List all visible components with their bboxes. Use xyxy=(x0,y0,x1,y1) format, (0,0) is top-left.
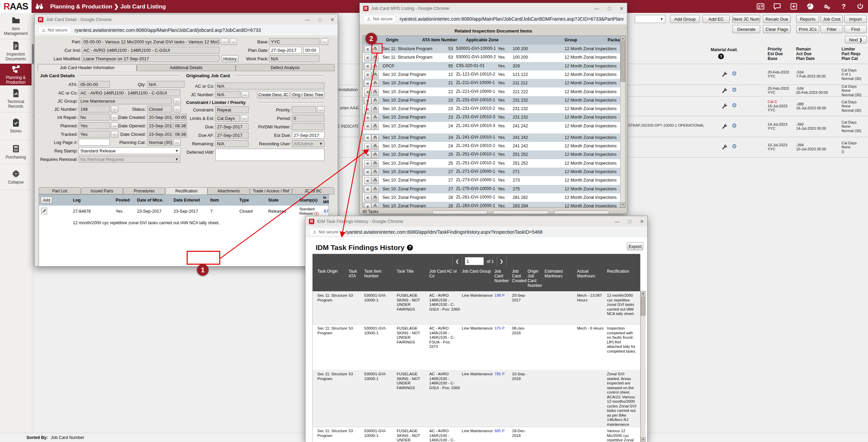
print-task-icon[interactable] xyxy=(372,54,379,61)
idm-cell-job-card-number[interactable]: 785 P xyxy=(494,372,511,377)
mpd-table-row[interactable]: ✕Sec 11: Structure Program53530001-GVI-1… xyxy=(363,45,620,53)
mpd-cell-item-link[interactable]: ZL-273-GVI-10000-1 xyxy=(456,178,496,182)
remove-icon[interactable]: ✕ xyxy=(364,143,371,150)
gear-icon[interactable]: ⚙ xyxy=(732,102,737,109)
ellipsis-button[interactable]: ... xyxy=(321,38,328,45)
mpd-table-row[interactable]: ✕Sec 10: Zonal Program12ZL-121-GVI-10010… xyxy=(363,70,620,79)
print-task-icon[interactable] xyxy=(372,134,379,142)
page-number-input[interactable] xyxy=(465,257,484,265)
mpd-table-row[interactable]: ✕Sec 10: Zonal Program23ZL-231-GVI-10010… xyxy=(363,113,620,122)
print-task-icon[interactable] xyxy=(372,80,379,87)
mpd-table-row[interactable]: ✕Sec 10: Zonal Program24ZL-241-GVI-10010… xyxy=(363,122,620,133)
ellipsis-button[interactable]: ... xyxy=(241,91,249,98)
print-task-icon[interactable] xyxy=(372,194,379,202)
tab-procedures[interactable]: Procedures xyxy=(123,187,165,194)
toolbar-find-button[interactable]: Find xyxy=(844,25,867,33)
mpd-cell-item-link[interactable]: ZL-275-GVI-10000-1 xyxy=(456,187,496,191)
wrench-icon[interactable] xyxy=(722,103,727,109)
help-icon[interactable]: ? xyxy=(840,3,847,10)
mpd-table-row[interactable]: ✕Sec 10: Zonal Program25ZL-251-GVI-10010… xyxy=(363,150,620,159)
add-button[interactable]: Add xyxy=(41,197,52,204)
deferred-iaw-field[interactable] xyxy=(215,149,324,161)
mpd-cell-item-link[interactable]: ZL-251-GVI-10010-1 xyxy=(456,152,496,156)
idm-table-scrollbar[interactable]: ▲ ▼ xyxy=(640,291,646,442)
tab-attachments[interactable]: Attachments xyxy=(208,187,250,194)
toolbar-import-button[interactable]: Import xyxy=(844,15,867,23)
remove-icon[interactable]: ✕ xyxy=(364,134,371,142)
toolbar-clear-flags-button[interactable]: Clear Flags xyxy=(763,25,791,33)
mpd-table-scrollbar[interactable]: ▲▼ xyxy=(620,36,625,207)
remove-icon[interactable]: ✕ xyxy=(364,160,371,167)
next-page-button[interactable]: Next ❯ xyxy=(845,36,867,43)
idm-cell-job-card-number[interactable]: 198 P xyxy=(494,293,511,298)
mpd-table-row[interactable]: ✕Sec 10: Zonal Program28ZL-283-GVI-10000… xyxy=(363,202,620,208)
mpd-table-row[interactable]: ✕CPCP55C55-320-01-01Yes32912 Month Zonal… xyxy=(363,62,620,70)
plan-date-field[interactable]: 27-Sep-2017 xyxy=(269,47,302,54)
prev-page-icon[interactable]: ❮ xyxy=(455,259,459,264)
print-task-icon[interactable] xyxy=(372,143,379,150)
sidebar-item-technical-records[interactable]: Technical Records xyxy=(0,85,32,112)
chat-icon[interactable] xyxy=(773,3,781,10)
remove-icon[interactable]: ✕ xyxy=(364,186,371,193)
wrench-icon[interactable] xyxy=(722,144,727,150)
mpd-table-row[interactable]: ✕Sec 10: Zonal Program27ZL-273-GVI-10000… xyxy=(363,176,620,185)
tab-part-list[interactable]: Part List xyxy=(39,187,81,194)
add-window-icon[interactable] xyxy=(790,3,797,10)
remove-icon[interactable]: ✕ xyxy=(364,203,371,208)
est-due-field[interactable]: 27-Sep-2017 xyxy=(292,132,324,139)
idm-window-titlebar[interactable]: R IDM Task Findings History - Google Chr… xyxy=(305,216,647,227)
raas-logo[interactable]: RAAS xyxy=(0,0,32,13)
mpd-cell-item-link[interactable]: ZL-241-GVI-10010-3 xyxy=(456,124,496,128)
toolbar-reports-button[interactable]: Reports xyxy=(796,15,819,23)
wrench-icon[interactable] xyxy=(722,87,727,93)
mpd-table-row[interactable]: ✕Sec 11: Structure Program53530001-GVI-1… xyxy=(363,53,620,62)
toolbar-next-jc-num-button[interactable]: Next JC Num xyxy=(732,15,760,23)
job-card-filter-select[interactable]: ▼ xyxy=(635,15,665,23)
not-secure-badge[interactable]: ⚠Not secure xyxy=(38,26,71,34)
remove-icon[interactable]: ✕ xyxy=(364,89,371,96)
mpd-table-row[interactable]: ✕Sec 10: Zonal Program27ZL-275-GVI-10000… xyxy=(363,185,620,193)
mpd-cell-item-link[interactable]: ZL-271-GVI-10000-1 xyxy=(456,169,496,174)
material-avail-help-icon[interactable]: ? xyxy=(718,54,724,59)
remove-icon[interactable]: ✕ xyxy=(364,80,371,87)
mpd-table-row[interactable]: ✕Sec 10: Zonal Program25ZL-251-GVI-10010… xyxy=(363,159,620,168)
close-icon[interactable]: ✕ xyxy=(640,219,644,224)
tab-job-card-header-information[interactable]: Job Card Header Information xyxy=(38,64,137,71)
mpd-cell-item-link[interactable]: 530001-GVI-10000-1 xyxy=(456,46,496,51)
toolbar-generate-button[interactable]: Generate xyxy=(732,25,760,33)
plan-time-field[interactable]: 00:00 xyxy=(303,47,319,54)
pencil-icon[interactable] xyxy=(41,208,47,214)
create-desc-jc-button[interactable]: Create Desc JC xyxy=(257,91,290,98)
sidebar-item-collapse[interactable]: Collapse xyxy=(0,164,32,190)
remove-icon[interactable]: ✕ xyxy=(364,106,371,113)
mpd-cell-item-link[interactable]: ZL-251-GVI-10010-2 xyxy=(456,161,496,165)
jc-window-titlebar[interactable]: R Job Card Detail - Google Chrome —□✕ xyxy=(35,14,338,25)
gear-icon[interactable]: ⚙ xyxy=(732,86,737,93)
idm-cell-job-card-number[interactable]: 375 P xyxy=(494,326,511,331)
toolbar-filter-button[interactable]: Filter xyxy=(821,25,843,33)
mpd-cell-item-link[interactable]: C55-320-01-01 xyxy=(456,64,496,68)
not-secure-badge[interactable]: ⚠Not secure xyxy=(309,228,342,236)
maximize-icon[interactable]: □ xyxy=(319,17,321,22)
maximize-icon[interactable]: □ xyxy=(608,6,611,11)
print-task-icon[interactable] xyxy=(372,177,379,184)
tab-issued-parts[interactable]: Issued Parts xyxy=(81,187,123,194)
tab-additional-details[interactable]: Additional Details xyxy=(137,64,236,71)
remove-icon[interactable]: ✕ xyxy=(364,46,371,53)
mpd-table-row[interactable]: ✕Sec 10: Zonal Program28ZL-281-GVI-10000… xyxy=(363,193,620,202)
mpd-cell-item-link[interactable]: ZL-221-GVI-10000-1 xyxy=(456,89,496,94)
minimize-icon[interactable]: — xyxy=(305,17,310,22)
sidebar-item-planning-production[interactable]: Planning & Production xyxy=(0,64,32,86)
mpd-cell-item-link[interactable]: ZL-241-GVI-10010-1 xyxy=(456,135,496,140)
ellipsis-button[interactable]: ... xyxy=(173,98,181,104)
gear-icon[interactable]: ⚙ xyxy=(732,122,737,129)
mpd-cell-item-link[interactable]: ZL-241-GVI-10010-2 xyxy=(456,144,496,148)
mpd-cell-item-link[interactable]: ZL-121-GVI-10010-2 xyxy=(456,72,496,77)
tab-defect-analysis[interactable]: Defect Analysis xyxy=(236,64,335,71)
maximize-icon[interactable]: □ xyxy=(628,219,631,224)
remove-icon[interactable]: ✕ xyxy=(364,54,371,61)
mpd-table-row[interactable]: ✕Sec 10: Zonal Program23ZL-231-GVI-10010… xyxy=(363,96,620,105)
gear-icon[interactable]: ⚙ xyxy=(732,70,737,77)
mpd-window-titlebar[interactable]: R Job Card MPD Listing - Google Chrome —… xyxy=(360,3,627,14)
idm-cell-job-card-number[interactable]: 985 P xyxy=(494,429,511,434)
